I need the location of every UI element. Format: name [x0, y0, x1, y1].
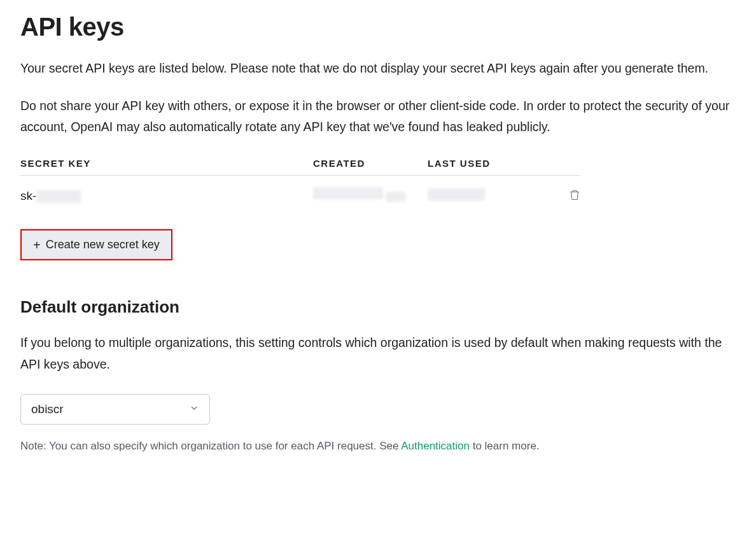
table-header-row: SECRET KEY CREATED LAST USED	[20, 158, 580, 176]
create-new-secret-key-button[interactable]: + Create new secret key	[20, 229, 172, 260]
table-row: sk-	[20, 176, 580, 227]
cell-secret-key: sk-	[20, 189, 313, 203]
last-used-redacted	[428, 188, 485, 201]
note-prefix: Note: You can also specify which organiz…	[20, 440, 401, 452]
column-header-last-used: LAST USED	[428, 158, 555, 169]
secret-key-redacted	[36, 190, 81, 203]
authentication-link[interactable]: Authentication	[401, 440, 470, 452]
organization-note: Note: You can also specify which organiz…	[20, 440, 736, 453]
description-paragraph-2: Do not share your API key with others, o…	[20, 95, 733, 138]
create-key-label: Create new secret key	[46, 238, 160, 251]
cell-actions	[555, 189, 580, 204]
created-redacted	[313, 187, 383, 199]
trash-icon[interactable]	[569, 189, 580, 201]
organization-selected-value: obiscr	[31, 402, 64, 416]
column-header-created: CREATED	[313, 158, 428, 169]
organization-description: If you belong to multiple organizations,…	[20, 332, 733, 374]
column-header-secret-key: SECRET KEY	[20, 158, 313, 169]
plus-icon: +	[33, 239, 41, 251]
organization-select[interactable]: obiscr	[20, 394, 210, 425]
default-organization-heading: Default organization	[20, 297, 736, 317]
api-keys-table: SECRET KEY CREATED LAST USED sk-	[20, 158, 580, 227]
cell-created	[313, 187, 428, 205]
description-paragraph-1: Your secret API keys are listed below. P…	[20, 58, 733, 79]
created-redacted-2	[386, 192, 405, 202]
note-suffix: to learn more.	[470, 440, 540, 452]
secret-key-prefix: sk-	[20, 189, 36, 202]
page-title: API keys	[20, 13, 736, 41]
chevron-down-icon	[189, 402, 199, 416]
cell-last-used	[428, 188, 555, 204]
column-header-actions	[555, 158, 580, 169]
